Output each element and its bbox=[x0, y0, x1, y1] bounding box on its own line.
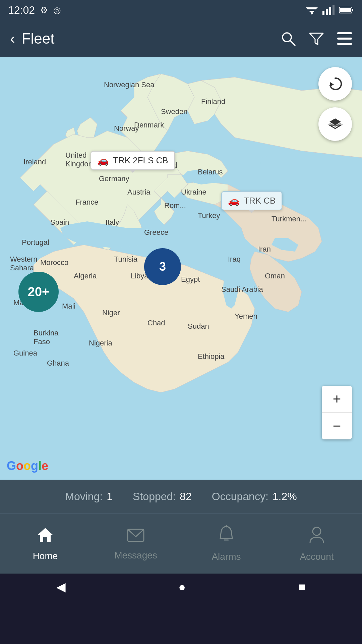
vehicle-label-1: TRK 2FLS CB bbox=[113, 155, 168, 166]
map-container[interactable]: Norwegian Sea Sweden Finland Norway Unit… bbox=[0, 57, 362, 480]
cluster-3-label: 3 bbox=[159, 260, 166, 274]
vehicle-marker-trk-cb[interactable]: 🚗 TRK CB bbox=[221, 191, 282, 210]
refresh-icon bbox=[327, 75, 344, 92]
nav-item-messages[interactable]: Messages bbox=[90, 527, 181, 561]
search-icon[interactable] bbox=[281, 31, 296, 46]
nav-item-home[interactable]: Home bbox=[0, 526, 90, 561]
svg-marker-18 bbox=[330, 82, 334, 87]
system-recent-button[interactable]: ■ bbox=[298, 580, 306, 594]
moving-label: Moving: bbox=[65, 490, 103, 503]
nav-actions bbox=[281, 31, 352, 46]
system-nav: ◀ ● ■ bbox=[0, 574, 362, 600]
menu-icon[interactable] bbox=[337, 32, 352, 45]
vehicle-car-icon-grey: 🚗 bbox=[228, 195, 240, 206]
wifi-icon bbox=[306, 5, 318, 15]
world-map-svg bbox=[0, 57, 362, 480]
svg-point-26 bbox=[313, 527, 321, 535]
alarms-nav-label: Alarms bbox=[212, 551, 241, 562]
stopped-status: Stopped: 82 bbox=[133, 490, 192, 503]
nav-item-alarms[interactable]: Alarms bbox=[181, 525, 272, 562]
account-nav-icon bbox=[309, 525, 325, 548]
moving-value: 1 bbox=[107, 490, 113, 503]
page-title: Fleet bbox=[22, 30, 281, 47]
svg-point-3 bbox=[311, 12, 313, 14]
svg-marker-22 bbox=[37, 528, 53, 542]
stopped-label: Stopped: bbox=[133, 490, 176, 503]
cluster-20plus[interactable]: 20+ bbox=[18, 272, 59, 312]
stopped-value: 82 bbox=[180, 490, 192, 503]
svg-rect-6 bbox=[329, 7, 331, 15]
layers-icon bbox=[327, 116, 344, 132]
svg-rect-7 bbox=[333, 5, 335, 15]
svg-rect-16 bbox=[337, 43, 352, 45]
vehicle-label-2: TRK CB bbox=[244, 196, 276, 206]
svg-rect-4 bbox=[322, 11, 324, 15]
vehicle-car-icon-red: 🚗 bbox=[97, 155, 109, 166]
occupancy-value: 1.2% bbox=[273, 490, 297, 503]
nav-bar: ‹ Fleet bbox=[0, 20, 362, 57]
home-nav-icon bbox=[37, 526, 54, 547]
zoom-out-button[interactable]: − bbox=[322, 413, 352, 439]
svg-rect-10 bbox=[340, 8, 351, 12]
svg-rect-15 bbox=[337, 38, 352, 40]
zoom-in-button[interactable]: + bbox=[322, 386, 352, 413]
signal-icon bbox=[322, 5, 335, 15]
svg-marker-13 bbox=[310, 33, 323, 45]
svg-line-12 bbox=[290, 41, 295, 45]
account-nav-label: Account bbox=[300, 551, 334, 562]
status-strip: Moving: 1 Stopped: 82 Occupancy: 1.2% bbox=[0, 480, 362, 513]
zoom-controls: + − bbox=[322, 386, 352, 439]
back-button[interactable]: ‹ bbox=[10, 30, 15, 47]
alarms-nav-icon bbox=[218, 525, 234, 548]
bottom-nav: Home Messages Alarms Accou bbox=[0, 513, 362, 574]
messages-nav-label: Messages bbox=[114, 550, 157, 561]
home-nav-label: Home bbox=[33, 551, 58, 561]
status-bar-left: 12:02 ⚙ ◎ bbox=[8, 4, 61, 16]
svg-rect-5 bbox=[326, 9, 328, 15]
moving-status: Moving: 1 bbox=[65, 490, 113, 503]
svg-rect-14 bbox=[337, 32, 352, 34]
system-home-button[interactable]: ● bbox=[178, 580, 186, 594]
cluster-20plus-label: 20+ bbox=[28, 285, 49, 299]
map-controls bbox=[318, 67, 352, 141]
nav-item-account[interactable]: Account bbox=[272, 525, 362, 562]
system-back-button[interactable]: ◀ bbox=[56, 580, 66, 594]
occupancy-status: Occupancy: 1.2% bbox=[212, 490, 297, 503]
battery-icon bbox=[339, 6, 354, 14]
cluster-3[interactable]: 3 bbox=[144, 248, 181, 285]
svg-rect-9 bbox=[352, 9, 353, 11]
filter-icon[interactable] bbox=[309, 31, 324, 46]
google-logo: Google bbox=[7, 459, 48, 473]
status-time: 12:02 bbox=[8, 4, 35, 16]
refresh-button[interactable] bbox=[318, 67, 352, 101]
status-bar: 12:02 ⚙ ◎ bbox=[0, 0, 362, 20]
settings-status-icon: ⚙ bbox=[40, 5, 48, 15]
status-bar-right bbox=[306, 5, 354, 15]
layers-button[interactable] bbox=[318, 107, 352, 141]
vehicle-marker-trk-2fls-cb[interactable]: 🚗 TRK 2FLS CB bbox=[90, 151, 175, 170]
messages-nav-icon bbox=[127, 527, 144, 547]
circle-status-icon: ◎ bbox=[53, 5, 61, 15]
occupancy-label: Occupancy: bbox=[212, 490, 268, 503]
